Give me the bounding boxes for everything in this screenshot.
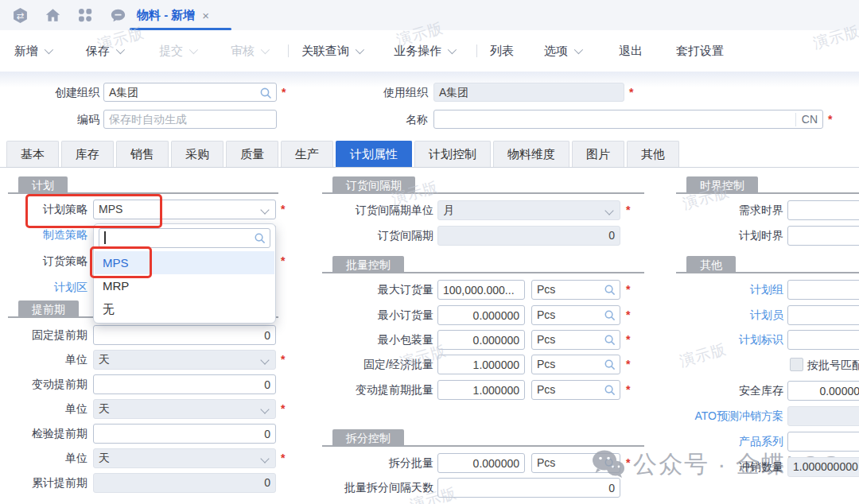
exit-button[interactable]: 退出 bbox=[619, 44, 643, 59]
fixed-leadtime-input[interactable] bbox=[93, 325, 276, 345]
safety-stock-input[interactable] bbox=[787, 381, 859, 401]
tab-sales[interactable]: 销售 bbox=[116, 141, 169, 167]
fixed-economic-batch-input[interactable] bbox=[437, 355, 525, 374]
lang-badge: CN bbox=[802, 110, 818, 128]
interval-unit-select[interactable]: 月 bbox=[437, 200, 620, 220]
name-input[interactable] bbox=[439, 112, 792, 126]
max-order-qty-input[interactable] bbox=[437, 280, 525, 300]
split-batch-label: 拆分批量 bbox=[318, 453, 433, 473]
inspect-leadtime-input[interactable] bbox=[93, 424, 276, 444]
split-interval-days-label: 批量拆分间隔天数 bbox=[318, 478, 433, 498]
fixed-leadtime-unit-select[interactable]: 天 bbox=[93, 350, 276, 370]
min-order-qty-unit-field[interactable]: Pcs bbox=[531, 305, 620, 325]
tab-plan-attributes[interactable]: 计划属性 bbox=[336, 141, 412, 167]
tab-picture[interactable]: 图片 bbox=[572, 141, 624, 167]
tab-inventory[interactable]: 库存 bbox=[61, 141, 114, 167]
interval-period-label: 订货间隔期 bbox=[318, 226, 433, 246]
min-order-qty-input[interactable] bbox=[437, 305, 525, 325]
required-asterisk: * bbox=[281, 200, 285, 219]
fixed-leadtime-label: 固定提前期 bbox=[0, 325, 87, 345]
fixed-economic-batch-unit-field[interactable]: Pcs bbox=[531, 355, 620, 374]
code-label: 编码 bbox=[20, 110, 99, 129]
search-icon[interactable] bbox=[604, 334, 616, 346]
plan-strategy-select[interactable]: MPS bbox=[93, 200, 276, 219]
name-field[interactable]: CN bbox=[433, 110, 823, 129]
search-icon[interactable] bbox=[604, 384, 616, 396]
dropdown-option-none[interactable]: 无 bbox=[95, 297, 274, 320]
max-order-qty-label: 最大订货量 bbox=[318, 280, 433, 300]
dropdown-option-mps[interactable]: MPS bbox=[95, 251, 274, 274]
plan-group-label[interactable]: 计划组 bbox=[632, 280, 783, 300]
document-tab[interactable]: 物料 - 新增 × bbox=[137, 0, 209, 30]
tab-material-dimension[interactable]: 物料维度 bbox=[493, 141, 569, 167]
planner-input[interactable] bbox=[787, 305, 859, 325]
apps-icon[interactable] bbox=[76, 6, 94, 24]
batch-match-checkbox[interactable] bbox=[790, 358, 803, 371]
min-pack-qty-unit-field[interactable]: Pcs bbox=[531, 330, 620, 350]
chevron-down-icon bbox=[45, 45, 53, 54]
var-leadtime-batch-unit-field[interactable]: Pcs bbox=[531, 380, 620, 400]
chevron-down-icon bbox=[261, 45, 270, 54]
plan-horizon-input[interactable] bbox=[787, 226, 859, 246]
search-icon[interactable] bbox=[604, 359, 616, 370]
lang-divider bbox=[795, 113, 796, 126]
split-interval-days-input[interactable] bbox=[437, 478, 620, 498]
required-asterisk: * bbox=[626, 305, 630, 325]
search-icon[interactable] bbox=[604, 284, 616, 296]
code-input[interactable] bbox=[103, 110, 277, 129]
offset-qty-field: 1.000000000 bbox=[787, 457, 859, 477]
tab-basic[interactable]: 基本 bbox=[6, 141, 59, 167]
offset-qty-label: 冲销数量 bbox=[632, 457, 783, 477]
save-button[interactable]: 保存 bbox=[86, 44, 122, 59]
sync-icon[interactable]: ⇄ bbox=[11, 6, 29, 24]
product-series-input[interactable] bbox=[787, 432, 859, 452]
tab-production[interactable]: 生产 bbox=[281, 141, 333, 167]
var-leadtime-unit-select[interactable]: 天 bbox=[93, 399, 276, 419]
ato-offset-plan-label[interactable]: ATO预测冲销方案 bbox=[632, 406, 783, 426]
options-button[interactable]: 选项 bbox=[544, 44, 581, 59]
related-query-button[interactable]: 关联查询 bbox=[301, 44, 362, 59]
tab-quality[interactable]: 质量 bbox=[226, 141, 278, 167]
plan-flag-input[interactable] bbox=[787, 330, 859, 350]
new-button[interactable]: 新增 bbox=[14, 44, 51, 59]
close-tab-icon[interactable]: × bbox=[202, 9, 209, 22]
home-icon[interactable] bbox=[44, 6, 61, 24]
search-icon[interactable] bbox=[604, 457, 616, 469]
demand-horizon-input[interactable] bbox=[787, 200, 859, 220]
create-org-field[interactable]: A集团 bbox=[103, 83, 277, 102]
dropdown-option-mrp[interactable]: MRP bbox=[95, 274, 274, 297]
list-button[interactable]: 列表 bbox=[490, 44, 514, 59]
min-pack-qty-input[interactable] bbox=[437, 330, 525, 350]
toolbar-separator bbox=[476, 45, 477, 57]
mfg-strategy-label[interactable]: 制造策略 bbox=[0, 225, 87, 245]
search-icon[interactable] bbox=[254, 232, 266, 244]
unit-label: 单位 bbox=[0, 448, 87, 468]
plan-group-input[interactable] bbox=[787, 280, 859, 300]
planner-label[interactable]: 计划员 bbox=[632, 305, 783, 325]
chat-icon[interactable] bbox=[109, 6, 126, 24]
document-tab-title: 物料 - 新增 bbox=[137, 8, 195, 23]
inspect-leadtime-unit-select[interactable]: 天 bbox=[93, 448, 276, 468]
plan-area-label[interactable]: 计划区 bbox=[0, 277, 87, 297]
print-setup-button[interactable]: 套打设置 bbox=[676, 44, 724, 59]
business-ops-button[interactable]: 业务操作 bbox=[394, 44, 454, 59]
dropdown-search-input[interactable] bbox=[99, 228, 270, 248]
search-icon[interactable] bbox=[259, 87, 272, 99]
plan-flag-label[interactable]: 计划标识 bbox=[632, 330, 783, 350]
plan-horizon-label: 计划时界 bbox=[632, 226, 783, 246]
search-icon[interactable] bbox=[604, 309, 616, 321]
var-leadtime-batch-input[interactable] bbox=[437, 380, 525, 400]
tab-other[interactable]: 其他 bbox=[627, 141, 679, 167]
min-pack-qty-label: 最小包装量 bbox=[318, 330, 433, 350]
tab-plan-control[interactable]: 计划控制 bbox=[414, 141, 491, 167]
product-series-label[interactable]: 产品系列 bbox=[632, 432, 783, 452]
section-other: 其他 bbox=[676, 256, 859, 273]
var-leadtime-input[interactable] bbox=[93, 374, 276, 394]
split-batch-unit-field[interactable]: Pcs bbox=[531, 453, 620, 473]
tab-purchase[interactable]: 采购 bbox=[171, 141, 223, 167]
safety-stock-label: 安全库存 bbox=[632, 381, 783, 401]
toolbar-separator bbox=[288, 45, 289, 57]
cum-leadtime-field: 0 bbox=[93, 473, 276, 493]
split-batch-input[interactable] bbox=[437, 453, 525, 473]
max-order-qty-unit-field[interactable]: Pcs bbox=[531, 280, 620, 300]
